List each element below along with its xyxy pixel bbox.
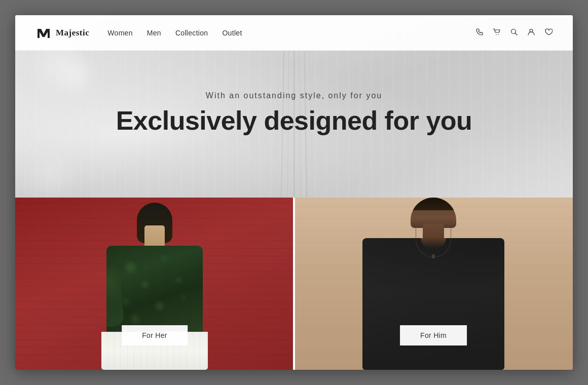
nav-left: Majestic Women Men Collection Outlet <box>35 25 242 41</box>
svg-point-1 <box>498 34 499 35</box>
nav-right <box>475 28 553 38</box>
card-divider <box>293 198 295 370</box>
card-for-him: For Him <box>294 198 573 370</box>
user-icon[interactable] <box>527 28 535 38</box>
hero-content: With an outstanding style, only for you … <box>15 91 573 135</box>
logo-icon <box>35 25 52 41</box>
cards-section: For Her <box>15 198 573 370</box>
hero-subtitle: With an outstanding style, only for you <box>15 91 573 100</box>
cart-icon[interactable] <box>493 28 501 38</box>
nav-item-outlet[interactable]: Outlet <box>222 28 242 37</box>
wishlist-icon[interactable] <box>544 28 553 38</box>
hero-title: Exclusively designed for you <box>15 106 573 135</box>
nav-item-collection[interactable]: Collection <box>175 28 208 37</box>
phone-icon[interactable] <box>475 28 484 38</box>
nav-item-men[interactable]: Men <box>147 28 161 37</box>
nav-links: Women Men Collection Outlet <box>107 28 242 37</box>
navbar: Majestic Women Men Collection Outlet <box>15 15 573 51</box>
svg-point-0 <box>496 34 497 35</box>
bokeh-2 <box>56 56 96 96</box>
nav-item-women[interactable]: Women <box>107 28 132 37</box>
bokeh-3 <box>25 152 76 203</box>
for-him-button[interactable]: For Him <box>400 325 467 345</box>
site-name: Majestic <box>56 28 89 38</box>
browser-window: Majestic Women Men Collection Outlet <box>15 15 573 370</box>
search-icon[interactable] <box>510 28 518 38</box>
card-for-her: For Her <box>15 198 294 370</box>
for-her-button[interactable]: For Her <box>122 325 188 345</box>
logo-area[interactable]: Majestic <box>35 25 89 41</box>
